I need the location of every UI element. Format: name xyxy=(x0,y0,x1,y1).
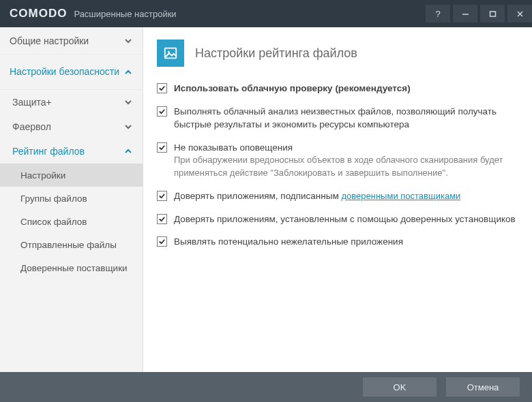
sidebar-item-file-rating[interactable]: Рейтинг файлов xyxy=(0,139,143,164)
maximize-button[interactable] xyxy=(480,5,505,22)
option-trust-signed: Доверять приложениям, подписанным довере… xyxy=(157,189,518,203)
footer: OK Отмена xyxy=(0,372,532,402)
maximize-icon xyxy=(489,10,497,18)
sidebar-item-general[interactable]: Общие настройки xyxy=(0,27,143,55)
window-subtitle: Расширенные настройки xyxy=(74,9,176,19)
chevron-down-icon xyxy=(123,36,133,46)
option-label: Доверять приложениям, установленным с по… xyxy=(174,213,518,226)
chevron-down-icon xyxy=(123,122,133,132)
sidebar-item-label: Общие настройки xyxy=(10,35,89,46)
sidebar-item-label: Фаервол xyxy=(12,121,51,132)
minimize-icon xyxy=(462,10,469,18)
svg-rect-1 xyxy=(490,12,495,16)
sidebar-leaf-submitted-files[interactable]: Отправленные файлы xyxy=(0,233,143,256)
close-icon xyxy=(516,10,524,18)
close-button[interactable] xyxy=(507,5,532,22)
sidebar-item-label: Доверенные поставщики xyxy=(20,262,128,275)
option-label: Выявлять потенциально нежелательные прил… xyxy=(174,235,518,249)
checkbox[interactable] xyxy=(157,142,167,153)
ok-button[interactable]: OK xyxy=(363,377,437,397)
chevron-down-icon xyxy=(123,97,133,107)
option-label: Не показывать оповещения xyxy=(174,141,518,155)
trusted-vendors-link[interactable]: доверенными поставщиками xyxy=(342,191,461,201)
page-icon xyxy=(157,40,184,67)
sidebar-item-firewall[interactable]: Фаервол xyxy=(0,114,143,139)
page-title: Настройки рейтинга файлов xyxy=(195,46,357,61)
checkbox[interactable] xyxy=(157,236,167,247)
image-icon xyxy=(163,46,178,61)
chevron-up-icon xyxy=(123,67,133,77)
sidebar-item-label: Настройки безопасности xyxy=(10,65,119,78)
option-label: Выполнять облачный анализ неизвестных фа… xyxy=(174,105,518,132)
sidebar-item-security[interactable]: Настройки безопасности xyxy=(0,55,143,90)
sidebar-item-label: Отправленные файлы xyxy=(20,240,117,250)
chevron-up-icon xyxy=(123,146,133,156)
sidebar-item-label: Защита+ xyxy=(12,97,52,108)
help-icon: ? xyxy=(435,9,440,19)
brand-logo: COMODO xyxy=(10,7,67,20)
option-cloud-lookup: Использовать облачную проверку (рекоменд… xyxy=(157,82,518,95)
option-label: Использовать облачную проверку (рекоменд… xyxy=(174,82,518,95)
cancel-button[interactable]: Отмена xyxy=(446,377,520,397)
sidebar-item-defense[interactable]: Защита+ xyxy=(0,90,143,114)
sidebar-leaf-settings[interactable]: Настройки xyxy=(0,164,143,187)
sidebar-item-label: Настройки xyxy=(20,170,65,181)
window-controls: ? xyxy=(423,5,532,22)
option-description: При обнаружении вредоносных объектов в х… xyxy=(157,154,518,180)
page-header: Настройки рейтинга файлов xyxy=(157,40,518,67)
option-label-prefix: Доверять приложениям, подписанным xyxy=(174,191,342,201)
minimize-button[interactable] xyxy=(453,5,477,22)
sidebar-leaf-file-list[interactable]: Список файлов xyxy=(0,210,143,233)
option-no-alerts: Не показывать оповещения xyxy=(157,141,518,155)
checkbox[interactable] xyxy=(157,83,167,93)
option-detect-pua: Выявлять потенциально нежелательные прил… xyxy=(157,235,518,249)
sidebar-item-label: Список файлов xyxy=(20,217,87,227)
checkbox[interactable] xyxy=(157,191,167,201)
option-trust-installers: Доверять приложениям, установленным с по… xyxy=(157,213,518,226)
sidebar-leaf-trusted-vendors[interactable]: Доверенные поставщики xyxy=(0,256,143,281)
titlebar: COMODO Расширенные настройки ? xyxy=(0,0,532,27)
sidebar-item-label: Группы файлов xyxy=(20,194,87,204)
sidebar: Общие настройки Настройки безопасности З… xyxy=(0,27,143,372)
content-panel: Настройки рейтинга файлов Использовать о… xyxy=(143,27,532,372)
sidebar-item-label: Рейтинг файлов xyxy=(12,146,85,157)
sidebar-leaf-file-groups[interactable]: Группы файлов xyxy=(0,187,143,210)
checkbox[interactable] xyxy=(157,106,167,117)
checkbox[interactable] xyxy=(157,214,167,224)
help-button[interactable]: ? xyxy=(426,5,450,22)
option-cloud-analysis: Выполнять облачный анализ неизвестных фа… xyxy=(157,105,518,132)
